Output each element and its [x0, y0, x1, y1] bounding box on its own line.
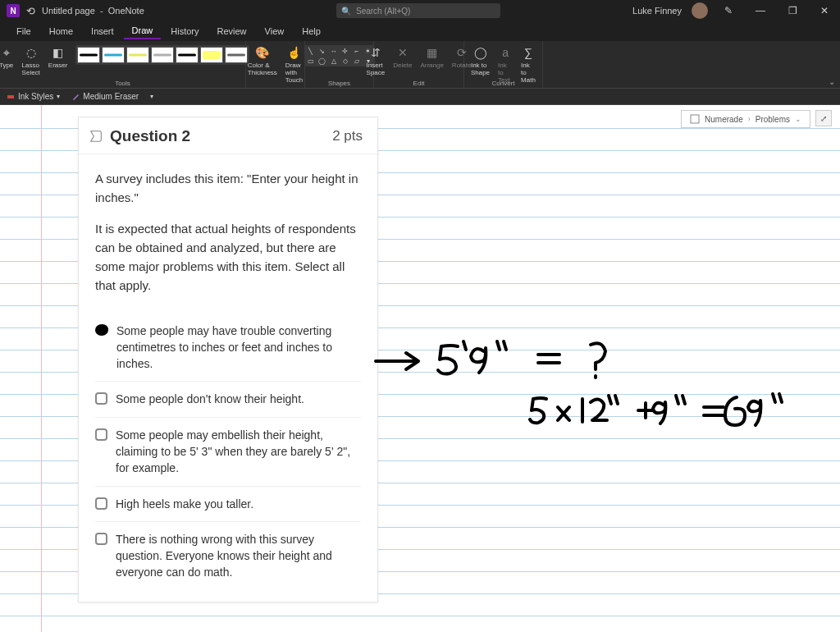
ink-styles-icon: [7, 93, 15, 101]
chevron-down-icon: ⌄: [795, 115, 801, 123]
question-points: 2 pts: [332, 128, 363, 144]
svg-rect-0: [7, 95, 14, 98]
question-card: Question 2 2 pts A survey includes this …: [78, 117, 378, 602]
ink-to-shape-button[interactable]: ◯ Ink to Shape: [468, 45, 493, 84]
ribbon-group-tools: ⌖ Type ◌ Lasso Select ◧ Eraser Tools: [0, 41, 246, 88]
shape-line-icon[interactable]: ╲: [306, 47, 316, 55]
lasso-icon: ◌: [24, 45, 39, 60]
ribbon-group-label-convert: Convert: [464, 80, 542, 87]
menu-draw[interactable]: Draw: [124, 23, 162, 39]
medium-eraser-dropdown[interactable]: Medium Eraser: [71, 92, 139, 101]
close-button[interactable]: ✕: [814, 5, 835, 16]
menu-insert[interactable]: Insert: [83, 24, 122, 39]
shape-axis-icon[interactable]: ⌐: [352, 47, 362, 55]
option-checkbox[interactable]: [95, 533, 107, 545]
expand-navigation-button[interactable]: ⤢: [815, 110, 832, 126]
svg-marker-1: [73, 94, 79, 100]
question-prompt-2: It is expected that actual heights of re…: [95, 219, 361, 295]
shape-diamond-icon[interactable]: ◇: [340, 57, 350, 65]
ink-to-math-button[interactable]: ∑ Ink to Math: [518, 45, 539, 84]
bookmark-icon: [89, 129, 103, 144]
shape-arrow-icon[interactable]: ↘: [317, 47, 327, 55]
sub-toolbar: Ink Styles▾ Medium Eraser ▾: [0, 89, 840, 105]
option-checkbox[interactable]: [95, 428, 107, 441]
pen-gallery[interactable]: [75, 45, 249, 65]
rule-line: [0, 616, 840, 616]
option-text: There is nothing wrong with this survey …: [116, 531, 361, 581]
ink-to-text-button[interactable]: a Ink to Text: [495, 45, 516, 84]
ribbon-collapse-button[interactable]: ⌄: [829, 77, 835, 86]
search-input[interactable]: 🔍 Search (Alt+Q): [336, 3, 500, 18]
sub-toolbar-overflow[interactable]: ▾: [150, 93, 153, 100]
pen-swatch-0[interactable]: [77, 47, 100, 63]
menu-home[interactable]: Home: [41, 24, 81, 39]
pen-swatch-1[interactable]: [102, 47, 125, 63]
option-row-2[interactable]: Some people may embellish their height, …: [95, 418, 361, 487]
back-icon[interactable]: ⟲: [26, 5, 35, 17]
type-tool-button[interactable]: ⌖ Type: [0, 45, 17, 69]
lasso-select-button[interactable]: ◌ Lasso Select: [19, 45, 43, 76]
pen-swatch-3[interactable]: [151, 47, 174, 63]
shape-rect-icon[interactable]: ▭: [306, 57, 316, 65]
draw-with-touch-button[interactable]: ☝ Draw with Touch: [282, 45, 306, 84]
ink-styles-dropdown[interactable]: Ink Styles▾: [7, 92, 60, 101]
eraser-button[interactable]: ◧ Eraser: [45, 45, 71, 69]
touch-icon: ☝: [287, 45, 302, 60]
pen-swatch-4[interactable]: [176, 47, 199, 63]
eraser-icon: ◧: [51, 45, 66, 60]
insert-space-button[interactable]: ⇵ Insert Space: [363, 45, 389, 76]
option-row-0[interactable]: Some people may have trouble converting …: [95, 314, 361, 382]
title-bar: N ⟲ Untitled page - OneNote 🔍 Search (Al…: [0, 0, 840, 21]
menu-view[interactable]: View: [257, 24, 293, 39]
menu-review[interactable]: Review: [209, 24, 255, 39]
chevron-right-icon: ›: [748, 115, 751, 123]
delete-icon: ✕: [395, 45, 410, 60]
shape-cross-arrow-icon[interactable]: ✢: [340, 47, 350, 55]
option-text: Some people may have trouble converting …: [116, 323, 361, 373]
ribbon: ⌖ Type ◌ Lasso Select ◧ Eraser Tools 🎨 C…: [0, 41, 840, 89]
ribbon-group-convert: ◯ Ink to Shape a Ink to Text ∑ Ink to Ma…: [464, 41, 543, 88]
option-checkbox[interactable]: [95, 324, 108, 336]
question-prompt-1: A survey includes this item: "Enter your…: [95, 169, 361, 208]
section-icon: [690, 114, 700, 124]
pen-mode-icon[interactable]: ✎: [718, 5, 739, 16]
option-row-3[interactable]: High heels make you taller.: [95, 487, 361, 522]
breadcrumb-page: Problems: [756, 115, 790, 124]
option-row-4[interactable]: There is nothing wrong with this survey …: [95, 522, 361, 590]
onenote-app-icon: N: [7, 4, 20, 17]
question-body: A survey includes this item: "Enter your…: [79, 154, 377, 314]
ink-to-text-icon: a: [498, 45, 513, 60]
options-list: Some people may have trouble converting …: [79, 314, 377, 602]
option-row-1[interactable]: Some people don't know their height.: [95, 382, 361, 417]
shape-ellipse-icon[interactable]: ◯: [317, 57, 327, 65]
menu-history[interactable]: History: [162, 24, 207, 39]
ribbon-group-label-shapes: Shapes: [305, 80, 373, 87]
ribbon-group-ink-opts: 🎨 Color & Thickness ☝ Draw with Touch: [246, 41, 305, 88]
delete-button[interactable]: ✕ Delete: [390, 45, 415, 76]
menu-file[interactable]: File: [8, 24, 39, 39]
palette-icon: 🎨: [255, 45, 270, 60]
avatar[interactable]: [692, 2, 708, 19]
shape-double-arrow-icon[interactable]: ↔: [329, 47, 339, 55]
ribbon-group-label-tools: Tools: [0, 80, 245, 87]
insert-space-icon: ⇵: [368, 45, 383, 60]
arrange-button[interactable]: ▦ Arrange: [417, 45, 446, 76]
breadcrumb[interactable]: Numerade › Problems ⌄: [681, 110, 810, 128]
minimize-button[interactable]: —: [749, 5, 772, 16]
svg-rect-2: [691, 115, 699, 123]
option-checkbox[interactable]: [95, 497, 107, 510]
pen-swatch-2[interactable]: [126, 47, 149, 63]
restore-button[interactable]: ❐: [782, 5, 804, 16]
search-icon: 🔍: [341, 7, 351, 16]
pen-swatch-5[interactable]: [200, 47, 223, 63]
shape-parallelogram-icon[interactable]: ▱: [352, 57, 362, 65]
question-title: Question 2: [110, 127, 190, 145]
page-margin-line: [41, 105, 42, 632]
page-title: Untitled page - OneNote: [42, 6, 144, 16]
option-text: Some people don't know their height.: [116, 391, 304, 407]
shape-triangle-icon[interactable]: △: [329, 57, 339, 65]
menu-help[interactable]: Help: [294, 24, 329, 39]
option-checkbox[interactable]: [95, 392, 107, 405]
color-thickness-button[interactable]: 🎨 Color & Thickness: [244, 45, 281, 84]
user-name: Luke Finney: [632, 6, 682, 16]
